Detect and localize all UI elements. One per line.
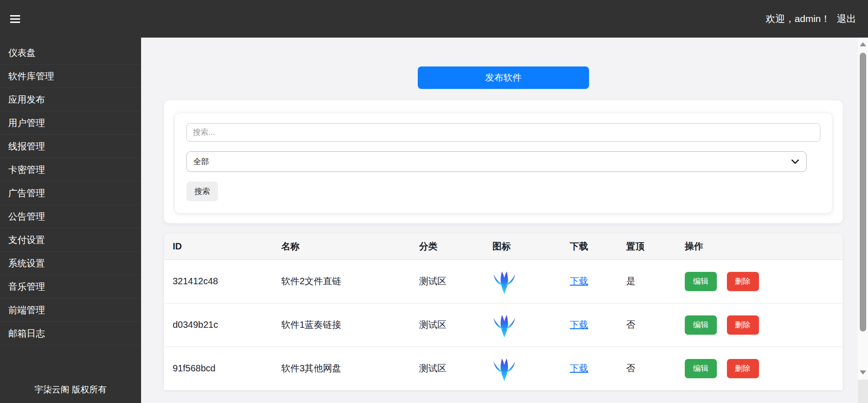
vertical-scrollbar[interactable] xyxy=(858,38,868,380)
welcome-text: 欢迎，admin！ xyxy=(766,12,830,25)
edit-button[interactable]: 编辑 xyxy=(685,315,717,335)
scrollbar-endcap xyxy=(858,380,868,403)
chevron-down-icon xyxy=(792,160,799,164)
download-link[interactable]: 下载 xyxy=(570,276,588,286)
topbar: 欢迎，admin！ 退出 xyxy=(0,0,868,38)
sidebar-item-music-management[interactable]: 音乐管理 xyxy=(0,275,141,298)
table-row: 91f568bcd 软件3其他网盘 测试区 下载 否 编辑 删除 xyxy=(164,347,843,390)
sidebar-item-payment-settings[interactable]: 支付设置 xyxy=(0,228,141,252)
column-header-category: 分类 xyxy=(410,233,484,259)
column-header-download: 下载 xyxy=(561,233,617,259)
table-header-row: ID 名称 分类 图标 下载 置顶 操作 xyxy=(164,233,843,259)
sidebar-item-cardkey-management[interactable]: 卡密管理 xyxy=(0,158,141,182)
delete-button[interactable]: 删除 xyxy=(727,359,759,378)
sidebar-item-app-publish[interactable]: 应用发布 xyxy=(0,88,141,111)
sidebar-item-announcement-management[interactable]: 公告管理 xyxy=(0,205,141,228)
copyright-text: 宇柒云阁 版权所有 xyxy=(0,384,141,403)
cell-id: d0349b21c xyxy=(164,303,273,347)
sidebar-item-software-library[interactable]: 软件库管理 xyxy=(0,65,141,88)
scrollbar-down-arrow-icon[interactable] xyxy=(860,370,866,375)
hamburger-menu-icon[interactable] xyxy=(10,13,20,25)
sidebar-item-mail-log[interactable]: 邮箱日志 xyxy=(0,322,141,345)
app-logo-icon xyxy=(492,355,516,382)
cell-pinned: 否 xyxy=(617,303,676,347)
sidebar-item-tipline-management[interactable]: 线报管理 xyxy=(0,135,141,158)
download-link[interactable]: 下载 xyxy=(570,363,588,373)
software-table-card: ID 名称 分类 图标 下载 置顶 操作 321412c48 软件2文件直链 xyxy=(164,233,843,390)
edit-button[interactable]: 编辑 xyxy=(685,272,717,291)
column-header-id: ID xyxy=(164,233,273,259)
sidebar-item-dashboard[interactable]: 仪表盘 xyxy=(0,41,141,65)
cell-category: 测试区 xyxy=(410,303,484,347)
cell-category: 测试区 xyxy=(410,259,484,303)
download-link[interactable]: 下载 xyxy=(570,320,588,330)
cell-pinned: 是 xyxy=(617,259,676,303)
column-header-icon: 图标 xyxy=(484,233,561,259)
cell-name: 软件2文件直链 xyxy=(273,259,410,303)
cell-name: 软件3其他网盘 xyxy=(273,347,410,390)
table-row: 321412c48 软件2文件直链 测试区 下载 是 编辑 删除 xyxy=(164,259,843,303)
table-row: d0349b21c 软件1蓝奏链接 测试区 下载 否 编辑 删除 xyxy=(164,303,843,347)
cell-id: 91f568bcd xyxy=(164,347,273,390)
sidebar: 仪表盘 软件库管理 应用发布 用户管理 线报管理 卡密管理 广告管理 公告管理 … xyxy=(0,38,141,403)
software-table: ID 名称 分类 图标 下载 置顶 操作 321412c48 软件2文件直链 xyxy=(164,233,843,390)
scrollbar-up-arrow-icon[interactable] xyxy=(860,42,866,46)
app-logo-icon xyxy=(492,268,516,295)
sidebar-item-user-management[interactable]: 用户管理 xyxy=(0,111,141,135)
scrollbar-thumb[interactable] xyxy=(860,53,866,331)
app-logo-icon xyxy=(492,312,516,338)
sidebar-item-ad-management[interactable]: 广告管理 xyxy=(0,182,141,205)
search-card: 全部 搜索 xyxy=(164,100,843,223)
cell-id: 321412c48 xyxy=(164,259,273,303)
category-select[interactable]: 全部 xyxy=(186,151,807,172)
column-header-pinned: 置顶 xyxy=(617,233,676,259)
search-input[interactable] xyxy=(186,123,820,142)
sidebar-item-frontend-management[interactable]: 前端管理 xyxy=(0,298,141,322)
edit-button[interactable]: 编辑 xyxy=(685,359,717,378)
main-content: 发布软件 全部 搜索 xyxy=(141,38,868,403)
column-header-actions: 操作 xyxy=(676,233,843,259)
delete-button[interactable]: 删除 xyxy=(727,272,759,291)
column-header-name: 名称 xyxy=(273,233,410,259)
cell-name: 软件1蓝奏链接 xyxy=(273,303,410,347)
category-select-value: 全部 xyxy=(193,156,209,167)
search-submit-button[interactable]: 搜索 xyxy=(186,182,218,201)
cell-pinned: 否 xyxy=(617,347,676,390)
sidebar-item-system-settings[interactable]: 系统设置 xyxy=(0,252,141,275)
cell-category: 测试区 xyxy=(410,347,484,390)
publish-software-button[interactable]: 发布软件 xyxy=(418,66,589,89)
delete-button[interactable]: 删除 xyxy=(727,315,759,335)
logout-link[interactable]: 退出 xyxy=(837,12,856,25)
